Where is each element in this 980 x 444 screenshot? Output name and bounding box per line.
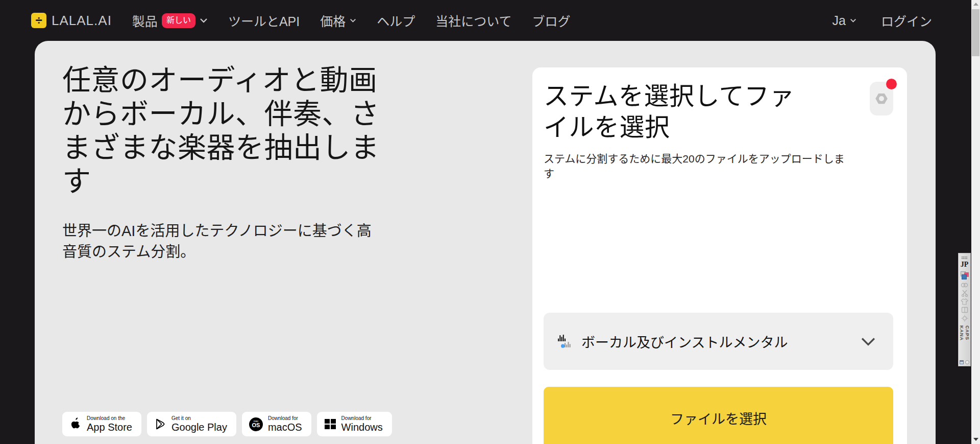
store-badge-text: Download for Windows (341, 415, 383, 433)
nav-item-about[interactable]: 当社について (435, 11, 511, 30)
ime-caps-kana-buttons: KANA CAPS (959, 325, 970, 341)
store-badge-top: Download for (341, 415, 383, 422)
hero-section: 任意のオーディオと動画 からボーカル、伴奏、さ まざまな楽器を抽出しま す 世界… (62, 63, 399, 263)
uploader-description: ステムに分割するために最大20のファイルをアップロードしま す (544, 151, 893, 181)
nav-item-tools-api[interactable]: ツールとAPI (228, 11, 300, 30)
macos-icon-big-text: OS (252, 423, 260, 428)
ime-language-bar[interactable]: JP KANA CAPS (958, 253, 971, 366)
uploader-header: ステムを選択してファ イルを選択 (544, 81, 893, 143)
store-badge-top: Download on the (87, 415, 132, 422)
windows-badge[interactable]: Download for Windows (317, 412, 392, 436)
content-sheet: 任意のオーディオと動画 からボーカル、伴奏、さ まざまな楽器を抽出しま す 世界… (35, 41, 936, 444)
login-label: ログイン (881, 11, 932, 30)
nut-settings-icon (874, 91, 889, 106)
lalal-logo-icon: ÷ (31, 13, 46, 28)
store-badge-top: Download for (268, 415, 302, 422)
page-scrollbar[interactable] (971, 0, 980, 444)
macos-badge[interactable]: mac OS Download for macOS (242, 412, 311, 436)
chevron-down-icon (850, 18, 856, 22)
notification-dot (886, 79, 897, 89)
ime-gear-icon[interactable] (961, 315, 968, 322)
chevron-down-icon (200, 18, 208, 23)
ime-language-label[interactable]: JP (961, 261, 969, 269)
ime-bottom-controls (960, 360, 969, 364)
windows-icon (324, 418, 336, 430)
scrollbar-up-arrow[interactable] (973, 3, 978, 6)
language-label: Ja (832, 13, 846, 28)
uploader-title: ステムを選択してファ イルを選択 (544, 81, 795, 143)
nav-right: Ja ログイン (832, 11, 932, 30)
app-store-badge[interactable]: Download on the App Store (62, 412, 141, 436)
ime-drag-handle[interactable] (962, 256, 963, 258)
ime-shirt-icon[interactable] (961, 298, 968, 305)
nav-item-label: ツールとAPI (228, 11, 300, 30)
nav-item-pricing[interactable]: 価格 (320, 11, 356, 30)
chevron-down-icon (861, 337, 876, 346)
ime-mode-square-blue (962, 274, 967, 279)
macos-icon: mac OS (249, 417, 263, 431)
hero-subtitle: 世界一のAIを活用したテクノロジーに基づく高 音質のステム分割。 (62, 221, 399, 263)
store-badge-bottom: Google Play (172, 422, 227, 433)
ime-minimize-button[interactable] (960, 360, 964, 364)
nav-item-help[interactable]: ヘルプ (377, 11, 415, 30)
apple-icon (69, 417, 82, 431)
nav-item-label: ブログ (532, 11, 570, 30)
store-badge-top: Get it on (172, 415, 227, 422)
stem-selector-dropdown[interactable]: ボーカル及びインストルメンタル (544, 313, 893, 370)
ime-options-button[interactable] (965, 360, 969, 364)
nav-item-label: ヘルプ (377, 11, 415, 30)
choose-files-button[interactable]: ファイルを選択 (544, 387, 893, 444)
nav-item-label: 製品 (132, 11, 158, 30)
brand-name: LALAL.AI (52, 13, 112, 29)
store-badge-bottom: App Store (87, 422, 132, 433)
store-badge-text: Get it on Google Play (172, 415, 227, 433)
nav-item-label: 価格 (320, 11, 346, 30)
ime-rings-icon[interactable] (961, 282, 968, 288)
uploader-card: ステムを選択してファ イルを選択 ステムに分割するために最大20のファイルをアッ… (532, 67, 907, 444)
ime-scissors-icon[interactable] (961, 290, 968, 297)
store-badge-bottom: Windows (341, 422, 383, 433)
stems-waveform-icon (558, 334, 572, 348)
ime-caps-button[interactable]: CAPS (965, 325, 970, 341)
store-badges-row: Download on the App Store Get it on Goog… (62, 412, 392, 436)
google-play-icon (154, 417, 166, 431)
nav-item-label: 当社について (435, 11, 511, 30)
top-nav: ÷ LALAL.AI 製品 新しい ツールとAPI 価格 ヘルプ 当社について … (0, 0, 980, 41)
nav-item-products[interactable]: 製品 新しい (132, 11, 208, 30)
hero-title: 任意のオーディオと動画 からボーカル、伴奏、さ まざまな楽器を抽出しま す (62, 63, 399, 198)
new-badge: 新しい (162, 13, 195, 28)
scrollbar-down-arrow[interactable] (973, 438, 978, 441)
stem-selector-label: ボーカル及びインストルメンタル (581, 332, 788, 352)
store-badge-bottom: macOS (268, 422, 302, 433)
login-button[interactable]: ログイン (881, 11, 932, 30)
ime-input-mode-icon[interactable] (961, 271, 969, 279)
google-play-badge[interactable]: Get it on Google Play (147, 412, 236, 436)
chevron-down-icon (350, 18, 356, 22)
scrollbar-thumb[interactable] (972, 9, 979, 56)
store-badge-text: Download for macOS (268, 415, 302, 433)
ime-dictionary-icon[interactable] (961, 307, 968, 313)
language-selector[interactable]: Ja (832, 13, 856, 28)
upload-settings-button[interactable] (870, 82, 893, 115)
ime-kana-button[interactable]: KANA (959, 325, 964, 341)
brand-logo[interactable]: ÷ LALAL.AI (31, 13, 112, 29)
nav-item-blog[interactable]: ブログ (532, 11, 570, 30)
store-badge-text: Download on the App Store (87, 415, 132, 433)
